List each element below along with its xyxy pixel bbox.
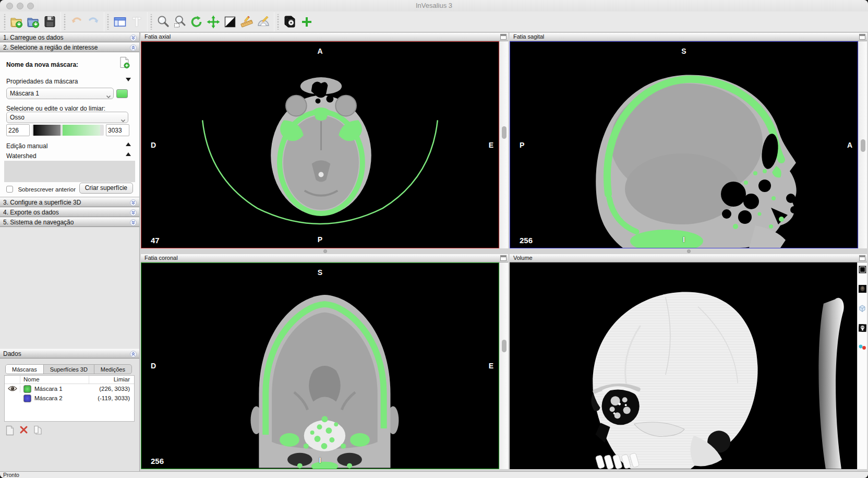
text-overlay-button[interactable] [128, 14, 145, 30]
sash-handle[interactable] [687, 249, 691, 253]
orientation-label-bottom: I [510, 235, 858, 244]
volume-viewport[interactable] [510, 262, 857, 469]
pan-button[interactable] [205, 14, 222, 30]
threshold-range-green [63, 125, 100, 136]
measure-angle-icon [256, 15, 271, 29]
maximize-viewport-button[interactable] [859, 34, 865, 40]
maximize-viewport-button[interactable] [500, 34, 507, 40]
tab-medicoes[interactable]: Medições [94, 365, 131, 374]
mask-2-threshold: (-119, 3033) [89, 395, 134, 401]
mask-properties-label: Propriedades da máscara [6, 78, 78, 85]
dados-header[interactable]: Dados [0, 349, 139, 359]
measure-angle-button[interactable] [255, 14, 272, 30]
toolbar-grip[interactable] [63, 14, 66, 30]
sidebar: 1. Carregue os dados 2. Selecione a regi… [0, 32, 140, 471]
threshold-max-input[interactable] [106, 124, 129, 136]
toolbar-group-history [61, 12, 104, 32]
mask-1-threshold: (226, 3033) [89, 386, 134, 392]
open-project-button[interactable] [25, 14, 42, 30]
zoom-region-button[interactable] [172, 14, 188, 30]
create-surface-button[interactable]: Criar superfície [79, 183, 133, 194]
undo-button[interactable] [68, 14, 85, 30]
measure-distance-button[interactable] [238, 14, 255, 30]
mask-actions [5, 425, 43, 438]
orientation-label-top: A [141, 47, 499, 55]
contrast-button[interactable] [222, 14, 238, 30]
threshold-preset-select[interactable]: Osso [6, 112, 128, 123]
slice-planes-button[interactable] [282, 14, 298, 30]
overwrite-label: Sobrescrever anterior [18, 186, 76, 193]
volume-preset-button[interactable] [859, 324, 866, 334]
panel-header-export[interactable]: 4. Exporte os dados [0, 207, 139, 217]
slider-thumb[interactable] [502, 340, 507, 352]
name-column-header: Nome [20, 376, 89, 384]
duplicate-mask-button[interactable] [33, 425, 43, 438]
table-row-mask-2[interactable]: Máscara 2 (-119, 3033) [5, 393, 134, 403]
toolbar-grip[interactable] [276, 14, 280, 30]
panel-label: 2. Selecione a região de interesse [3, 44, 98, 51]
panel-label: 3. Configure a superfície 3D [3, 199, 81, 206]
mask-2-color-swatch [23, 395, 31, 402]
overwrite-checkbox[interactable] [6, 186, 13, 193]
sash-handle[interactable] [323, 249, 327, 253]
threshold-gradient-slider[interactable] [32, 125, 104, 136]
tab-superficies-3d[interactable]: Superfícies 3D [44, 365, 94, 374]
orientation-label-left: D [151, 141, 156, 149]
slider-thumb[interactable] [502, 126, 507, 139]
add-slice-button[interactable] [298, 14, 315, 30]
redo-button[interactable] [85, 14, 102, 30]
chevron-down-icon [106, 91, 111, 102]
toolbar-grip[interactable] [106, 14, 110, 30]
new-mask-button[interactable] [119, 56, 130, 71]
axial-viewport[interactable]: A D E P 47 [141, 41, 499, 248]
coronal-viewport[interactable]: S D E I 256 [141, 262, 499, 469]
import-dicom-icon [9, 15, 24, 29]
tab-mascaras[interactable]: Máscaras [6, 365, 44, 374]
coronal-slice-slider[interactable] [499, 262, 508, 469]
sagittal-slice-slider[interactable] [858, 41, 867, 248]
mask-color-button[interactable] [116, 89, 128, 98]
horizontal-splitter[interactable] [140, 248, 868, 254]
background-color-icon [859, 266, 866, 273]
slider-thumb[interactable] [861, 139, 865, 152]
save-project-icon [43, 15, 57, 29]
volume-tools-strip [857, 262, 867, 469]
panel-header-load-data[interactable]: 1. Carregue os dados [0, 32, 139, 42]
maximize-viewport-button[interactable] [500, 255, 507, 261]
watershed-label: Watershed [6, 152, 37, 160]
stereo-cube-button[interactable] [858, 304, 866, 315]
mask-properties-header[interactable]: Propriedades da máscara [6, 76, 134, 86]
panel-header-navigation[interactable]: 5. Sistema de navegação [0, 217, 139, 227]
maximize-viewport-button[interactable] [859, 255, 865, 261]
axial-slice-slider[interactable] [499, 41, 508, 248]
brightness-preset-button[interactable] [859, 285, 866, 295]
panel-header-select-roi[interactable]: 2. Selecione a região de interesse [0, 42, 139, 52]
panel-header-surface-3d[interactable]: 3. Configure a superfície 3D [0, 197, 139, 207]
import-dicom-button[interactable] [8, 14, 25, 30]
delete-mask-button[interactable] [19, 425, 28, 438]
collapse-triangle-icon [126, 78, 131, 81]
visibility-toggle[interactable] [5, 386, 20, 392]
mask-select-value: Máscara 1 [10, 90, 39, 97]
zoom-button[interactable] [155, 14, 172, 30]
volume-panel-header: Volume [510, 254, 867, 262]
new-mask-action-button[interactable] [5, 425, 15, 438]
orientation-label-right: A [847, 141, 852, 149]
toolbar-grip[interactable] [150, 14, 153, 30]
toolbar-grip[interactable] [3, 14, 6, 30]
threshold-min-input[interactable] [6, 124, 30, 136]
watershed-header[interactable]: Watershed [6, 151, 134, 160]
titlebar: InVesalius 3 [0, 0, 868, 11]
status-bar: Pronto [0, 471, 868, 478]
save-project-button[interactable] [42, 14, 58, 30]
roi-panel-content: Nome da nova máscara: Propriedades da má… [0, 52, 139, 197]
manual-edit-header[interactable]: Edição manual [6, 141, 134, 150]
mask-select[interactable]: Máscara 1 [6, 88, 114, 99]
sagittal-viewport[interactable]: S P A I 256 [510, 41, 858, 248]
orientation-label-left: P [520, 141, 524, 149]
layout-button[interactable] [112, 14, 128, 30]
table-row-mask-1[interactable]: Máscara 1 (226, 3033) [5, 384, 134, 393]
background-color-button[interactable] [859, 266, 866, 276]
anaglyph-button[interactable] [858, 343, 866, 353]
rotate-button[interactable] [188, 14, 205, 30]
